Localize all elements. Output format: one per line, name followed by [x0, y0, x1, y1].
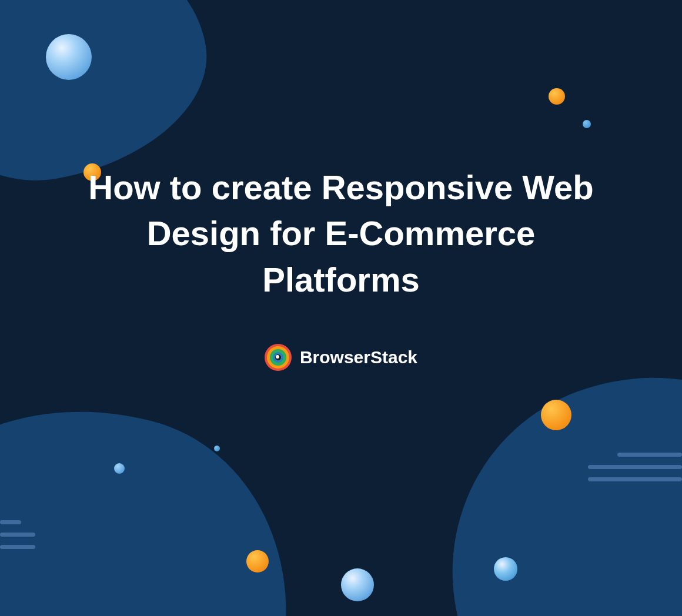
decorative-circle-icon [341, 568, 374, 601]
decorative-circle-icon [246, 550, 269, 573]
browserstack-logo-icon [265, 344, 292, 371]
decorative-circle-icon [494, 557, 517, 581]
main-content: How to create Responsive Web Design for … [0, 165, 682, 371]
decorative-lines-right [588, 453, 682, 490]
decorative-circle-icon [583, 120, 591, 128]
decorative-circle-icon [549, 88, 565, 105]
decorative-circle-icon [214, 446, 220, 451]
brand-name: BrowserStack [300, 347, 417, 367]
decorative-circle-icon [114, 463, 125, 474]
decorative-blob-bottom-left [0, 363, 333, 616]
decorative-lines-left [0, 520, 35, 557]
decorative-circle-icon [46, 34, 92, 80]
page-title: How to create Responsive Web Design for … [71, 165, 611, 303]
brand: BrowserStack [71, 344, 611, 371]
decorative-circle-icon [541, 400, 571, 430]
